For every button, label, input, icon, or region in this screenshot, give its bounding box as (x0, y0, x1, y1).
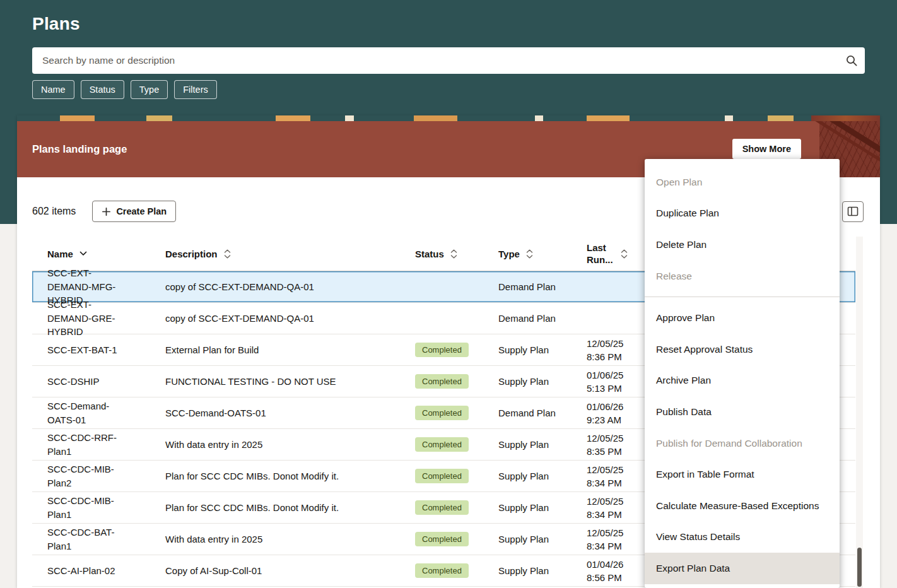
column-selector-button[interactable] (842, 201, 864, 222)
menu-item: Release (645, 261, 840, 292)
plan-name: SCC-EXT-DEMAND-GRE-HYBRID (32, 298, 165, 339)
split-view-icon (847, 206, 859, 217)
plan-name: SCC-CDC-BAT-Plan1 (32, 526, 165, 553)
plan-type: Supply Plan (498, 439, 587, 450)
plan-status-cell: Completed (415, 343, 498, 357)
plan-description: Plan for SCC CDC MIBs. Donot Modify it. (165, 502, 415, 513)
menu-item[interactable]: Export Plan Data (645, 553, 840, 584)
plan-name: SCC-AI-Plan-02 (32, 564, 165, 578)
banner-title: Plans landing page (32, 143, 127, 155)
plan-description: With data entry in 2025 (165, 439, 415, 450)
plan-name: SCC-CDC-RRF-Plan1 (32, 431, 165, 459)
column-label: Status (415, 249, 444, 259)
menu-item[interactable]: Duplicate Plan (645, 198, 840, 230)
plan-type: Demand Plan (498, 281, 587, 292)
plan-status-cell: Completed (415, 563, 498, 578)
plan-status-cell: Completed (415, 437, 498, 452)
create-plan-button[interactable]: Create Plan (92, 201, 176, 222)
plan-actions-menu: Open PlanDuplicate PlanDelete PlanReleas… (645, 159, 840, 588)
plan-type: Supply Plan (498, 534, 587, 544)
menu-item: Open Plan (645, 167, 840, 198)
plan-description: Copy of AI-Sup-Coll-01 (165, 565, 415, 576)
plan-type: Supply Plan (498, 376, 587, 387)
plan-type: Supply Plan (498, 344, 587, 355)
plan-status-cell: Completed (415, 532, 498, 546)
column-label: Name (47, 249, 73, 259)
status-badge: Completed (415, 437, 469, 452)
plan-type: Demand Plan (498, 408, 587, 418)
plan-description: External Plan for Build (165, 344, 415, 355)
sort-toggle-icon[interactable] (450, 249, 457, 259)
menu-item[interactable]: Archive Plan (645, 365, 840, 397)
status-badge: Completed (415, 374, 469, 389)
plan-name: SCC-CDC-MIB-Plan2 (32, 462, 165, 490)
menu-item[interactable]: View Status Details (645, 522, 840, 553)
plan-description: Plan for SCC CDC MIBs. Donot Modify it. (165, 471, 415, 481)
column-label: Type (498, 249, 520, 259)
sort-toggle-icon[interactable] (526, 249, 533, 259)
plan-description: copy of SCC-EXT-DEMAND-QA-01 (165, 281, 415, 292)
plan-type: Demand Plan (498, 313, 587, 324)
filter-chip-type[interactable]: Type (131, 80, 168, 99)
plan-status-cell: Completed (415, 406, 498, 420)
sort-toggle-icon[interactable] (621, 249, 628, 259)
search-bar (32, 47, 865, 74)
page-title: Plans (32, 14, 80, 34)
status-badge: Completed (415, 406, 469, 420)
plan-name: SCC-DSHIP (32, 375, 165, 389)
plan-type: Supply Plan (498, 565, 587, 576)
plan-description: With data entry in 2025 (165, 534, 415, 544)
filter-chip-name[interactable]: Name (32, 80, 74, 99)
plan-name: SCC-Demand-OATS-01 (32, 399, 165, 427)
status-badge: Completed (415, 500, 469, 515)
status-badge: Completed (415, 563, 469, 578)
plan-name: SCC-EXT-BAT-1 (32, 343, 165, 357)
plan-status-cell: Completed (415, 469, 498, 483)
show-more-button[interactable]: Show More (732, 139, 801, 159)
filter-chip-row: NameStatusTypeFilters (32, 80, 217, 99)
search-icon[interactable] (838, 54, 865, 67)
plan-description: FUNCTIONAL TESTING - DO NOT USE (165, 376, 415, 387)
plan-type: Supply Plan (498, 502, 587, 513)
menu-item[interactable]: Delete Plan (645, 229, 840, 261)
banner-pattern (17, 115, 880, 121)
items-count: 602 items (32, 206, 76, 217)
scrollbar-thumb[interactable] (857, 548, 862, 587)
menu-item[interactable]: Calculate Measure-Based Exceptions (645, 490, 840, 522)
plan-status-cell: Completed (415, 374, 498, 389)
menu-item[interactable]: Export in Table Format (645, 459, 840, 490)
menu-item[interactable]: Reset Approval Status (645, 334, 840, 365)
table-scrollbar[interactable] (856, 237, 863, 588)
status-badge: Completed (415, 469, 469, 483)
create-plan-label: Create Plan (116, 206, 167, 216)
menu-item: Publish for Demand Collaboration (645, 428, 840, 459)
status-badge: Completed (415, 343, 469, 357)
column-header-name[interactable]: Name (32, 249, 165, 259)
plan-name: SCC-CDC-MIB-Plan1 (32, 494, 165, 522)
plans-screen: Plans NameStatusTypeFilters Plans landin… (0, 0, 897, 588)
column-header-type[interactable]: Type (498, 249, 587, 259)
filter-chip-filters[interactable]: Filters (174, 80, 216, 99)
menu-item[interactable]: Publish Data (645, 396, 840, 428)
filter-chip-status[interactable]: Status (81, 80, 124, 99)
status-badge: Completed (415, 532, 469, 546)
column-label: Last Run... (587, 242, 614, 266)
plus-icon (102, 207, 111, 216)
plan-type: Supply Plan (498, 471, 587, 481)
plan-status-cell: Completed (415, 500, 498, 515)
column-label: Description (165, 249, 218, 259)
plan-description: SCC-Demand-OATS-01 (165, 408, 415, 418)
sort-toggle-icon[interactable] (224, 249, 231, 259)
sort-descending-icon[interactable] (79, 251, 87, 256)
menu-divider (645, 297, 840, 297)
menu-item[interactable]: Approve Plan (645, 302, 840, 334)
column-header-status[interactable]: Status (415, 249, 498, 259)
column-header-desc[interactable]: Description (165, 249, 415, 259)
search-input[interactable] (32, 47, 838, 74)
plan-description: copy of SCC-EXT-DEMAND-QA-01 (165, 313, 415, 324)
